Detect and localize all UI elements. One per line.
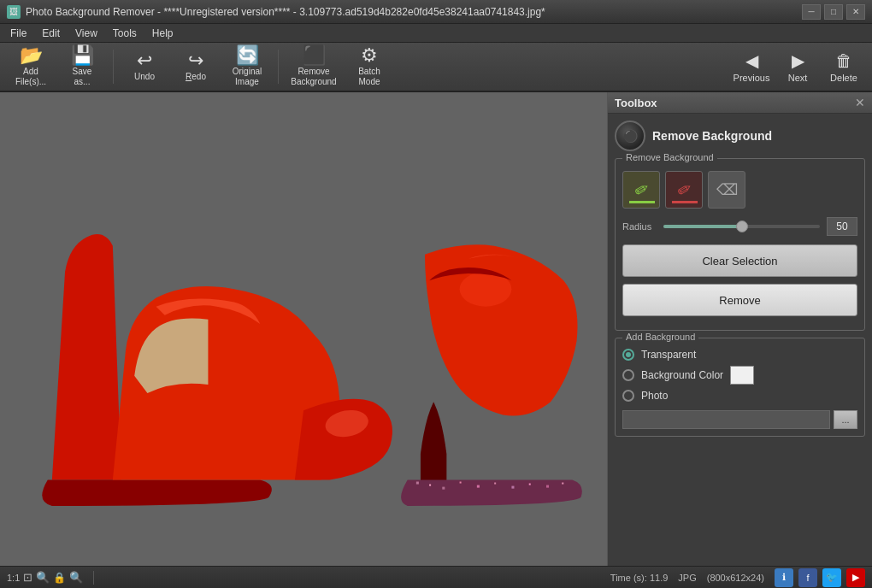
red-pen-icon: ✏ bbox=[673, 177, 696, 202]
svg-rect-2 bbox=[416, 482, 419, 485]
menu-help[interactable]: Help bbox=[145, 26, 180, 41]
redo-icon: ↪ bbox=[188, 51, 203, 70]
svg-rect-3 bbox=[429, 485, 431, 486]
facebook-button[interactable]: f bbox=[798, 568, 817, 587]
previous-button[interactable]: ◀ Previous bbox=[730, 45, 773, 88]
photo-input-row: ... bbox=[622, 410, 857, 429]
red-brush-button[interactable]: ✏ bbox=[665, 171, 703, 209]
status-sep-1 bbox=[93, 571, 94, 585]
transparent-radio[interactable] bbox=[622, 349, 634, 361]
remove-bg-section-title: Remove Background bbox=[652, 129, 772, 143]
photo-radio[interactable] bbox=[622, 390, 634, 402]
radius-slider-container bbox=[663, 218, 820, 235]
canvas-area[interactable] bbox=[0, 92, 607, 566]
close-button[interactable]: ✕ bbox=[846, 4, 865, 20]
add-bg-group-label: Add Background bbox=[622, 332, 698, 342]
photo-path-input[interactable] bbox=[622, 410, 830, 429]
menu-edit[interactable]: Edit bbox=[35, 26, 67, 41]
window-title: Photo Background Remover - ****Unregiste… bbox=[26, 6, 802, 18]
zoom-in-button[interactable]: 🔍 bbox=[69, 571, 83, 584]
bg-color-radio[interactable] bbox=[622, 369, 634, 381]
undo-button[interactable]: ↩ Undo bbox=[121, 45, 168, 88]
svg-rect-8 bbox=[511, 486, 514, 489]
minimize-button[interactable]: ─ bbox=[802, 4, 821, 20]
status-right: Time (s): 11.9 JPG (800x612x24) ℹ f 🐦 ▶ bbox=[610, 568, 865, 587]
add-files-icon: 📂 bbox=[20, 46, 43, 65]
remove-button[interactable]: Remove bbox=[622, 284, 857, 316]
lock-icon: 🔒 bbox=[53, 572, 66, 584]
green-brush-button[interactable]: ✏ bbox=[622, 171, 660, 209]
menu-tools[interactable]: Tools bbox=[106, 26, 144, 41]
radius-value: 50 bbox=[827, 217, 857, 236]
photo-option-row: Photo bbox=[622, 390, 857, 402]
radius-label: Radius bbox=[622, 221, 657, 232]
green-pen-icon: ✏ bbox=[630, 177, 653, 202]
twitter-button[interactable]: 🐦 bbox=[822, 568, 841, 587]
next-label: Next bbox=[788, 73, 808, 83]
menu-file[interactable]: File bbox=[3, 26, 33, 41]
remove-bg-icon: ⬛ bbox=[303, 46, 326, 65]
zoom-out-button[interactable]: 🔍 bbox=[36, 571, 50, 584]
red-pen-underline bbox=[672, 201, 698, 203]
bg-color-option-row: Background Color bbox=[622, 366, 857, 385]
remove-bg-circle-icon: ⚫ bbox=[615, 121, 645, 151]
redo-button[interactable]: ↪ Redo bbox=[172, 45, 220, 88]
original-image-button[interactable]: 🔄 OriginalImage bbox=[223, 45, 271, 88]
app-icon: 🖼 bbox=[7, 5, 21, 19]
window-controls: ─ □ ✕ bbox=[802, 4, 865, 20]
background-options: Transparent Background Color Photo bbox=[622, 345, 857, 429]
batch-mode-button[interactable]: ⚙ Batch Mode bbox=[345, 45, 393, 88]
toolbox-panel: Toolbox ✕ ⚫ Remove Background Remove Bac… bbox=[607, 92, 872, 566]
toolbox-close-button[interactable]: ✕ bbox=[855, 96, 865, 109]
menu-bar: File Edit View Tools Help bbox=[0, 24, 872, 43]
info-button[interactable]: ℹ bbox=[775, 568, 793, 587]
next-button[interactable]: ▶ Next bbox=[776, 45, 819, 88]
photo-label: Photo bbox=[641, 390, 668, 402]
delete-label: Delete bbox=[830, 73, 857, 83]
youtube-button[interactable]: ▶ bbox=[846, 568, 865, 587]
save-as-icon: 💾 bbox=[71, 46, 94, 65]
bg-color-label: Background Color bbox=[641, 369, 723, 381]
maximize-button[interactable]: □ bbox=[824, 4, 843, 20]
svg-rect-10 bbox=[546, 485, 549, 488]
radius-slider-thumb[interactable] bbox=[736, 220, 748, 232]
time-label: Time (s): 11.9 bbox=[610, 573, 668, 583]
clear-selection-button[interactable]: Clear Selection bbox=[622, 244, 857, 277]
remove-bg-group-label: Remove Background bbox=[622, 152, 717, 162]
toolbox-title: Toolbox bbox=[615, 97, 657, 109]
svg-rect-9 bbox=[529, 484, 531, 485]
add-bg-group: Add Background Transparent Background Co… bbox=[615, 338, 865, 437]
batch-mode-label: Batch Mode bbox=[347, 67, 392, 87]
batch-mode-icon: ⚙ bbox=[361, 46, 378, 65]
undo-icon: ↩ bbox=[137, 51, 152, 70]
transparent-option-row: Transparent bbox=[622, 349, 857, 361]
eraser-button[interactable]: ⌫ bbox=[708, 171, 745, 209]
toolbox-content: ⚫ Remove Background Remove Background ✏ … bbox=[608, 114, 872, 566]
browse-button[interactable]: ... bbox=[834, 410, 857, 429]
toolbox-header: Toolbox ✕ bbox=[608, 92, 872, 114]
main-area: Toolbox ✕ ⚫ Remove Background Remove Bac… bbox=[0, 92, 872, 566]
transparent-label: Transparent bbox=[641, 349, 696, 361]
undo-label: Undo bbox=[134, 72, 155, 82]
delete-button[interactable]: 🗑 Delete bbox=[822, 45, 865, 88]
save-as-button[interactable]: 💾 Saveas... bbox=[58, 45, 106, 88]
previous-label: Previous bbox=[734, 73, 770, 83]
save-as-label: Saveas... bbox=[73, 67, 92, 87]
social-icons: ℹ f 🐦 ▶ bbox=[775, 568, 865, 587]
menu-view[interactable]: View bbox=[68, 26, 104, 41]
radius-slider-track bbox=[663, 225, 820, 228]
bg-color-swatch[interactable] bbox=[730, 366, 754, 385]
remove-bg-group: Remove Background ✏ ✏ ⌫ bbox=[615, 158, 865, 331]
original-image-icon: 🔄 bbox=[236, 46, 259, 65]
remove-background-button[interactable]: ⬛ RemoveBackground bbox=[286, 45, 342, 88]
svg-rect-4 bbox=[442, 487, 445, 490]
svg-rect-7 bbox=[494, 483, 496, 485]
shoe-image bbox=[0, 92, 607, 566]
svg-rect-6 bbox=[477, 485, 480, 488]
svg-rect-11 bbox=[562, 483, 563, 485]
canvas-content bbox=[0, 92, 607, 566]
radius-slider-fill bbox=[663, 225, 742, 228]
add-files-button[interactable]: 📂 AddFile(s)... bbox=[7, 45, 55, 88]
zoom-fit-button[interactable]: ⊡ bbox=[23, 571, 32, 584]
circle-icon: ⚫ bbox=[623, 129, 638, 143]
